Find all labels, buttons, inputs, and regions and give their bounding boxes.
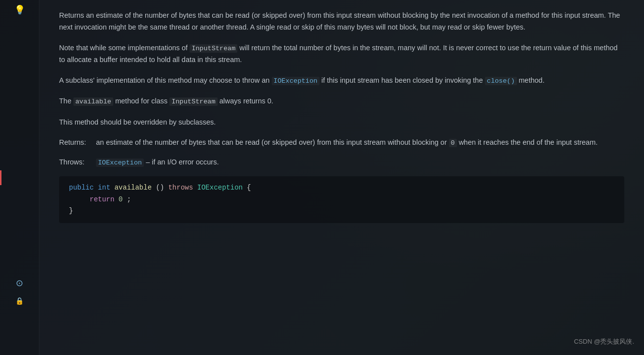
zero-code: 0 — [449, 139, 457, 147]
kw-int: int — [98, 184, 110, 192]
throws-block: Throws: IOException – if an I/O error oc… — [59, 158, 624, 166]
code-line-1: public int available () throws IOExcepti… — [69, 182, 614, 194]
throws-label: Throws: — [59, 158, 96, 166]
target-icon: ⊙ — [16, 278, 23, 289]
return-value: 0 — [119, 195, 123, 203]
inputstream-code-2: InputStream — [169, 97, 217, 106]
ioexception-link-1[interactable]: IOException — [272, 77, 320, 85]
returns-block: Returns: an estimate of the number of by… — [59, 137, 624, 149]
code-line-3: } — [69, 205, 614, 217]
doc-para-3: A subclass' implementation of this metho… — [59, 75, 624, 87]
left-edge-indicator — [0, 170, 1, 185]
kw-public: public — [69, 184, 94, 192]
doc-para-5: This method should be overridden by subc… — [59, 117, 624, 129]
code-block: public int available () throws IOExcepti… — [59, 176, 624, 223]
lock-glyph: 🔒 — [15, 297, 24, 305]
code-line-2: return 0 ; — [69, 194, 614, 206]
exception-name: IOException — [197, 184, 243, 192]
open-brace-1: { — [247, 184, 251, 192]
method-name: available — [114, 184, 152, 192]
content-area: Returns an estimate of the number of byt… — [39, 0, 644, 355]
arrow-icon[interactable]: ⊙ — [15, 278, 25, 288]
returns-content: an estimate of the number of bytes that … — [96, 137, 598, 149]
semicolon: ; — [127, 195, 131, 203]
doc-para-1: Returns an estimate of the number of byt… — [59, 10, 624, 33]
watermark: CSDN @秃头披风侠. — [574, 337, 634, 346]
throws-content: IOException – if an I/O error occurs. — [96, 158, 219, 166]
main-container: 💡 ⊙ 🔒 Returns an estimate of the number … — [0, 0, 644, 355]
doc-para-2: Note that while some implementations of … — [59, 42, 624, 66]
lock-icon[interactable]: 🔒 — [15, 296, 25, 306]
kw-return: return — [90, 195, 114, 203]
gutter-icons-bottom: ⊙ 🔒 — [15, 278, 25, 306]
kw-throws: throws — [168, 184, 193, 192]
close-link[interactable]: close() — [485, 77, 517, 85]
bulb-icon[interactable]: 💡 — [15, 5, 25, 15]
available-code: available — [73, 97, 113, 106]
close-brace: } — [69, 207, 73, 215]
ioexception-link-2[interactable]: IOException — [96, 159, 144, 167]
left-gutter: 💡 ⊙ 🔒 — [0, 0, 39, 355]
doc-para-4: The available method for class InputStre… — [59, 96, 624, 107]
inputstream-code-1: InputStream — [190, 44, 237, 53]
returns-label: Returns: — [59, 137, 96, 149]
